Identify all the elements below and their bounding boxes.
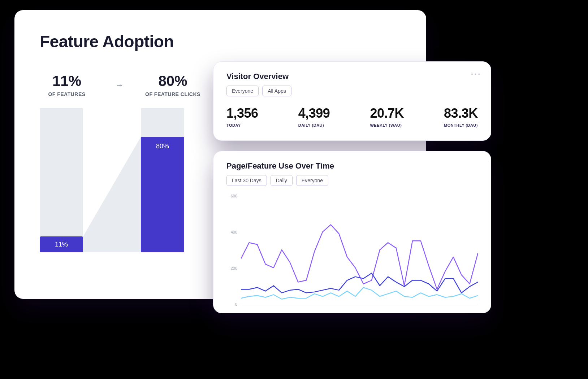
visitor-overview-title: Visitor Overview: [226, 72, 478, 81]
feature-bar-left-label: 11%: [55, 241, 68, 248]
chart-series-line: [241, 225, 478, 289]
metric-dau: 4,399 DAILY (DAU): [298, 106, 330, 127]
metric-label: MONTHLY (DAU): [444, 123, 478, 127]
metric-mau: 83.3K MONTHLY (DAU): [444, 106, 478, 127]
feature-adoption-bars: 11% 80%: [40, 108, 199, 252]
visitor-overview-card: Visitor Overview ••• Everyone All Apps 1…: [213, 61, 491, 141]
feature-bar-left-fill: 11%: [40, 236, 83, 252]
metric-today: 1,356 TODAY: [226, 106, 258, 127]
metric-wau: 20.7K WEEKLY (WAU): [370, 106, 404, 127]
x-axis-line: [241, 304, 478, 304]
feature-bar-right-fill: 80%: [141, 137, 184, 252]
granularity-chip[interactable]: Daily: [271, 175, 293, 186]
visitor-filter-chips: Everyone All Apps: [226, 86, 478, 96]
metric-value: 1,356: [226, 106, 258, 121]
more-options-icon[interactable]: •••: [471, 71, 481, 78]
range-chip[interactable]: Last 30 Days: [226, 175, 267, 186]
svg-marker-0: [83, 137, 141, 252]
feature-bar-right: 80%: [141, 108, 184, 252]
metric-label: DAILY (DAU): [298, 123, 330, 127]
metric-value: 83.3K: [444, 106, 478, 121]
feature-pct-right: 80%: [145, 73, 200, 89]
apps-chip[interactable]: All Apps: [262, 86, 291, 96]
arrow-right-icon: →: [116, 80, 124, 90]
feature-bar-left: 11%: [40, 108, 83, 252]
page-feature-title: Page/Feature Use Over Time: [226, 161, 478, 171]
feature-adoption-title: Feature Adoption: [40, 32, 401, 51]
metric-label: TODAY: [226, 123, 258, 127]
metric-value: 20.7K: [370, 106, 404, 121]
y-tick: 0: [226, 302, 237, 306]
line-chart-area: 600 400 200 0: [226, 196, 478, 304]
y-tick: 600: [226, 194, 237, 198]
metric-label: WEEKLY (WAU): [370, 123, 404, 127]
feature-bar-right-label: 80%: [156, 143, 169, 150]
feature-adoption-left-stat: 11% OF FEATURES: [40, 73, 94, 97]
page-feature-filter-chips: Last 30 Days Daily Everyone: [226, 175, 478, 186]
line-chart-plot: [241, 196, 478, 304]
y-tick: 200: [226, 266, 237, 270]
metric-value: 4,399: [298, 106, 330, 121]
page-feature-card: Page/Feature Use Over Time Last 30 Days …: [213, 151, 491, 313]
feature-label-right: OF FEATURE CLICKS: [145, 91, 200, 97]
segment-chip[interactable]: Everyone: [226, 86, 259, 96]
feature-pct-left: 11%: [40, 73, 94, 89]
y-tick: 400: [226, 230, 237, 234]
visitor-metrics: 1,356 TODAY 4,399 DAILY (DAU) 20.7K WEEK…: [226, 106, 478, 127]
segment-chip[interactable]: Everyone: [296, 175, 328, 186]
feature-label-left: OF FEATURES: [40, 91, 94, 97]
feature-adoption-right-stat: 80% OF FEATURE CLICKS: [145, 73, 200, 97]
funnel-connector: [83, 108, 141, 252]
chart-series-line: [241, 287, 478, 299]
